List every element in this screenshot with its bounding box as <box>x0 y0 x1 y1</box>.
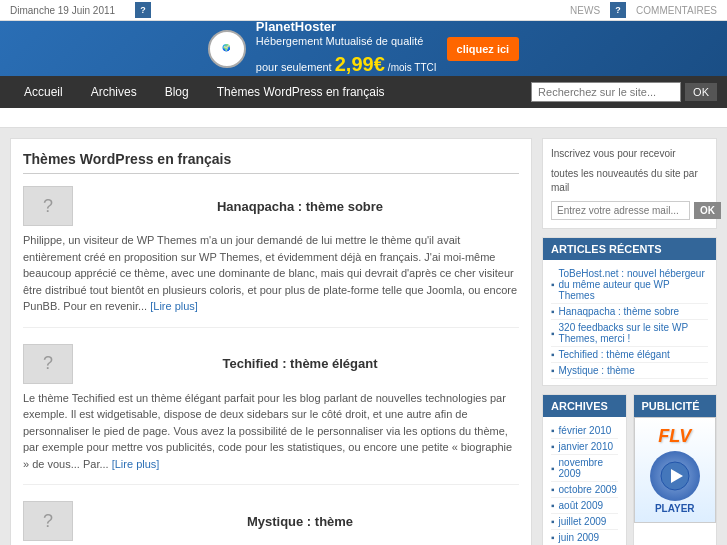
list-item: juillet 2009 <box>551 514 618 530</box>
article-2-thumb: ? <box>23 344 73 384</box>
news-label: NEWS <box>570 5 600 16</box>
nav-item-themes[interactable]: Thèmes WordPress en français <box>203 77 399 107</box>
ad-content: 🌍 PlanetHoster Hébergement Mutualisé de … <box>208 19 519 77</box>
play-icon <box>660 461 690 491</box>
publicite-widget: PUBLICITÉ FLV PLAYER <box>633 394 718 545</box>
archives-list: février 2010 janvier 2010 novembre 2009 … <box>543 417 626 545</box>
article-1-read-more[interactable]: [Lire plus] <box>150 300 198 312</box>
article-1: ? Hanaqpacha : thème sobre Philippe, un … <box>23 186 519 328</box>
article-2-read-more[interactable]: [Lire plus] <box>112 458 160 470</box>
archive-link-5[interactable]: août 2009 <box>559 500 604 511</box>
flv-player-ad[interactable]: FLV PLAYER <box>634 417 717 523</box>
archive-link-4[interactable]: octobre 2009 <box>559 484 617 495</box>
article-2: ? Techified : thème élégant Le thème Tec… <box>23 344 519 486</box>
archives-widget: ARCHIVES février 2010 janvier 2010 novem… <box>542 394 627 545</box>
ad-banner: 🌍 PlanetHoster Hébergement Mutualisé de … <box>0 21 727 76</box>
newsletter-widget: Inscrivez vous pour recevoir toutes les … <box>542 138 717 229</box>
nav-search: OK <box>531 82 717 102</box>
sub-nav-text <box>10 112 13 123</box>
recent-articles-widget: ARTICLES RÉCENTS ToBeHost.net : nouvel h… <box>542 237 717 386</box>
archive-link-6[interactable]: juillet 2009 <box>559 516 607 527</box>
newsletter-submit-button[interactable]: OK <box>694 202 721 219</box>
ad-headline: Hébergement Mutualisé de qualité pour se… <box>256 34 437 77</box>
icon-placeholder2: ? <box>610 2 626 18</box>
article-1-header: ? Hanaqpacha : thème sobre <box>23 186 519 226</box>
list-item: ToBeHost.net : nouvel hébergeur du même … <box>551 266 708 304</box>
list-item: octobre 2009 <box>551 482 618 498</box>
commentaires-label: COMMENTAIRES <box>636 5 717 16</box>
nav-items: Accueil Archives Blog Thèmes WordPress e… <box>10 77 399 107</box>
ad-price: 2,99€ <box>335 53 385 75</box>
list-item: février 2010 <box>551 423 618 439</box>
article-2-body: Le thème Techified est un thème élégant … <box>23 390 519 473</box>
ad-logo-inner: 🌍 <box>222 44 231 53</box>
sub-nav <box>0 108 727 128</box>
article-3-thumb: ? <box>23 501 73 541</box>
article-3: ? Mystique : thème Un jour, un visiteur … <box>23 501 519 545</box>
article-1-icon: ? <box>43 196 53 217</box>
archive-link-1[interactable]: février 2010 <box>559 425 612 436</box>
list-item: juin 2009 <box>551 530 618 545</box>
newsletter-text1: Inscrivez vous pour recevoir <box>551 147 708 161</box>
sidebar: Inscrivez vous pour recevoir toutes les … <box>542 138 717 545</box>
nav-item-accueil[interactable]: Accueil <box>10 77 77 107</box>
article-1-thumb: ? <box>23 186 73 226</box>
ad-logo-name: PlanetHoster <box>256 19 437 34</box>
recent-article-link-4[interactable]: Techified : thème élégant <box>559 349 670 360</box>
top-bar: Dimanche 19 Juin 2011 ? NEWS ? COMMENTAI… <box>0 0 727 21</box>
archive-link-7[interactable]: juin 2009 <box>559 532 600 543</box>
nav-bar: Accueil Archives Blog Thèmes WordPress e… <box>0 76 727 108</box>
newsletter-content: Inscrivez vous pour recevoir toutes les … <box>543 139 716 228</box>
recent-articles-list: ToBeHost.net : nouvel hébergeur du même … <box>543 260 716 385</box>
article-2-header: ? Techified : thème élégant <box>23 344 519 384</box>
recent-article-link-3[interactable]: 320 feedbacks sur le site WP Themes, mer… <box>559 322 708 344</box>
article-1-title: Hanaqpacha : thème sobre <box>81 199 519 214</box>
list-item: Hanaqpacha : thème sobre <box>551 304 708 320</box>
archive-link-3[interactable]: novembre 2009 <box>559 457 618 479</box>
list-item: Mystique : thème <box>551 363 708 379</box>
recent-article-link-2[interactable]: Hanaqpacha : thème sobre <box>559 306 680 317</box>
newsletter-form: OK <box>551 201 708 220</box>
list-item: Techified : thème élégant <box>551 347 708 363</box>
article-2-title: Techified : thème élégant <box>81 356 519 371</box>
page-title: Thèmes WordPress en français <box>23 151 519 174</box>
ad-text-block: PlanetHoster Hébergement Mutualisé de qu… <box>256 19 437 77</box>
top-bar-left: Dimanche 19 Juin 2011 ? <box>10 2 151 18</box>
article-1-body: Philippe, un visiteur de WP Themes m'a u… <box>23 232 519 315</box>
main-container: Thèmes WordPress en français ? Hanaqpach… <box>0 128 727 545</box>
icon-placeholder1: ? <box>135 2 151 18</box>
list-item: août 2009 <box>551 498 618 514</box>
archive-link-2[interactable]: janvier 2010 <box>559 441 613 452</box>
archives-publicite-row: ARCHIVES février 2010 janvier 2010 novem… <box>542 394 717 545</box>
flv-player-icon <box>650 451 700 501</box>
recent-article-link-1[interactable]: ToBeHost.net : nouvel hébergeur du même … <box>559 268 708 301</box>
recent-article-link-5[interactable]: Mystique : thème <box>559 365 635 376</box>
article-3-icon: ? <box>43 511 53 532</box>
flv-player-text: PLAYER <box>655 503 695 514</box>
search-button[interactable]: OK <box>685 83 717 101</box>
search-input[interactable] <box>531 82 681 102</box>
nav-item-blog[interactable]: Blog <box>151 77 203 107</box>
archives-title: ARCHIVES <box>543 395 626 417</box>
list-item: 320 feedbacks sur le site WP Themes, mer… <box>551 320 708 347</box>
flv-text: FLV <box>658 426 691 447</box>
top-bar-right: NEWS ? COMMENTAIRES <box>570 2 717 18</box>
list-item: novembre 2009 <box>551 455 618 482</box>
newsletter-text2: toutes les nouveautés du site par mail <box>551 167 708 195</box>
article-2-icon: ? <box>43 353 53 374</box>
content-area: Thèmes WordPress en français ? Hanaqpach… <box>10 138 532 545</box>
article-3-header: ? Mystique : thème <box>23 501 519 541</box>
ad-cta-button[interactable]: cliquez ici <box>447 37 520 61</box>
publicite-title: PUBLICITÉ <box>634 395 717 417</box>
newsletter-email-input[interactable] <box>551 201 690 220</box>
recent-articles-title: ARTICLES RÉCENTS <box>543 238 716 260</box>
article-3-title: Mystique : thème <box>81 514 519 529</box>
nav-item-archives[interactable]: Archives <box>77 77 151 107</box>
ad-logo: 🌍 <box>208 30 246 68</box>
list-item: janvier 2010 <box>551 439 618 455</box>
date-label: Dimanche 19 Juin 2011 <box>10 5 115 16</box>
ad-price-suffix: /mois TTCI <box>388 62 437 73</box>
